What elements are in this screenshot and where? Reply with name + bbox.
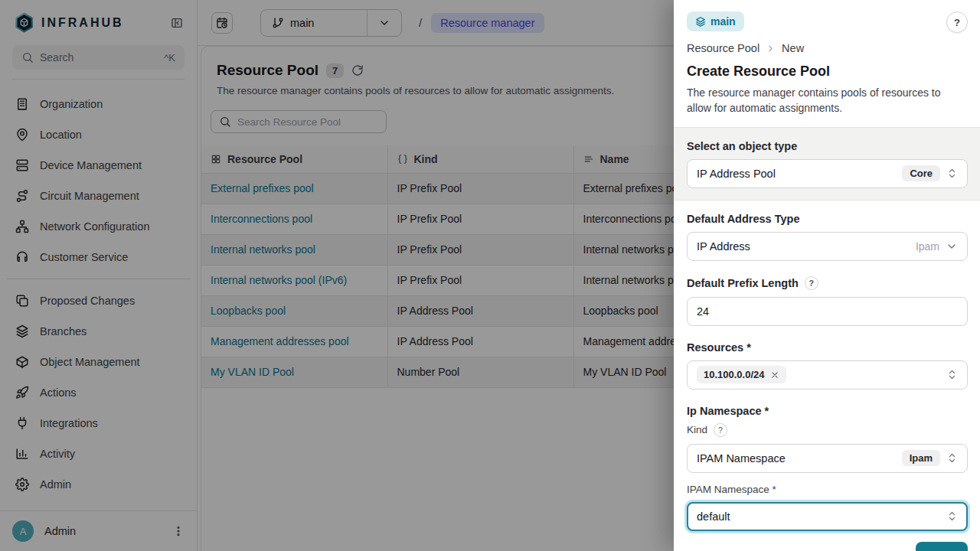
- object-type-section: Select an object type IP Address Pool Co…: [674, 127, 980, 201]
- app-root: INFRAHUB Search ^K OrganizationLocationD…: [0, 0, 980, 551]
- resource-chip-label: 10.100.0.0/24: [704, 369, 765, 380]
- layers-icon: [695, 16, 706, 27]
- chevron-down-icon: [946, 240, 958, 253]
- breadcrumb-current: New: [782, 42, 804, 54]
- ipam-namespace-value: default: [697, 510, 940, 523]
- remove-chip-icon[interactable]: [770, 370, 779, 380]
- kind-label: Kind ?: [687, 423, 968, 437]
- create-resource-pool-drawer: main ? Resource Pool New Create Resource…: [674, 0, 980, 551]
- chevron-right-icon: [766, 44, 776, 54]
- branch-badge-label: main: [710, 15, 736, 28]
- chevrons-up-down-icon: [946, 452, 958, 464]
- default-address-type-select[interactable]: IP Address Ipam: [687, 232, 968, 261]
- default-address-type-value: IP Address: [697, 240, 910, 253]
- default-prefix-length-label: Default Prefix Length ?: [687, 276, 968, 290]
- kind-value: IPAM Namespace: [697, 452, 896, 465]
- drawer-description: The resource manager contains pools of r…: [687, 85, 959, 116]
- resources-label: Resources *: [687, 341, 968, 354]
- help-icon[interactable]: ?: [714, 423, 727, 437]
- save-button[interactable]: Save: [916, 542, 968, 551]
- object-type-value: IP Address Pool: [697, 168, 896, 180]
- drawer-breadcrumb: Resource Pool New: [687, 42, 968, 54]
- chevrons-up-down-icon: [946, 369, 958, 380]
- ipam-namespace-label: IPAM Namespace *: [687, 484, 968, 495]
- object-type-badge: Core: [902, 165, 940, 181]
- default-prefix-length-input[interactable]: [687, 297, 968, 326]
- default-address-type-label: Default Address Type: [687, 213, 968, 225]
- drawer-header: main ? Resource Pool New Create Resource…: [674, 0, 980, 127]
- drawer-title: Create Resource Pool: [687, 64, 968, 80]
- default-address-type-hint: Ipam: [916, 240, 939, 253]
- ip-namespace-group-label: Ip Namespace *: [687, 405, 968, 417]
- object-type-label: Select an object type: [687, 140, 968, 152]
- chevrons-up-down-icon: [946, 168, 958, 179]
- chevrons-up-down-icon: [946, 510, 958, 522]
- drawer-form: Default Address Type IP Address Ipam Def…: [674, 201, 980, 542]
- resource-chip: 10.100.0.0/24: [697, 366, 786, 383]
- object-type-select[interactable]: IP Address Pool Core: [687, 159, 968, 188]
- ipam-namespace-select[interactable]: default: [687, 502, 968, 531]
- kind-badge: Ipam: [902, 450, 940, 466]
- breadcrumb-parent[interactable]: Resource Pool: [687, 42, 760, 54]
- branch-badge: main: [687, 11, 744, 31]
- drawer-actions: Save: [674, 542, 980, 551]
- kind-select[interactable]: IPAM Namespace Ipam: [687, 444, 968, 473]
- help-icon[interactable]: ?: [805, 276, 818, 290]
- resources-multiselect[interactable]: 10.100.0.0/24: [687, 360, 968, 390]
- help-button[interactable]: ?: [946, 11, 968, 33]
- modal-overlay[interactable]: [0, 0, 674, 551]
